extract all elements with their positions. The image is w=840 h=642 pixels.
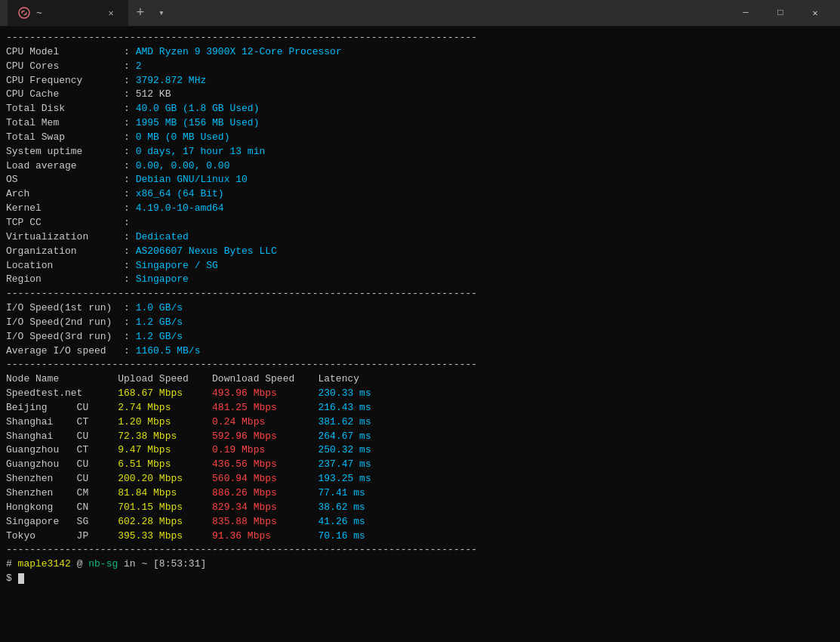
load-average-line: Load average : 0.00, 0.00, 0.00 (6, 159, 834, 174)
prompt-hash: # (6, 557, 18, 572)
terminal-body: ----------------------------------------… (0, 26, 840, 642)
maximize-button[interactable]: □ (763, 0, 798, 26)
prompt-host: nb-sg (88, 557, 118, 572)
node-speedtest-line: Speedtest.net 168.67 Mbps 493.96 Mbps 23… (6, 387, 834, 401)
prompt-time: [8:53:31] (153, 557, 206, 572)
io-avg-line: Average I/O speed : 1160.5 MB/s (6, 344, 834, 359)
svg-point-0 (19, 8, 29, 18)
node-tokyo-jp-line: Tokyo JP 395.33 Mbps 91.36 Mbps 70.16 ms (6, 529, 834, 544)
cursor (18, 573, 24, 584)
node-guangzhou-ct-line: Guangzhou CT 9.47 Mbps 0.19 Mbps 250.32 … (6, 443, 834, 458)
prompt-at: @ (71, 557, 88, 572)
node-shanghai-ct-line: Shanghai CT 1.20 Mbps 0.24 Mbps 381.62 m… (6, 415, 834, 430)
cpu-freq-line: CPU Frequency : 3792.872 MHz (6, 74, 834, 88)
io-speed-1-line: I/O Speed(1st run) : 1.0 GB/s (6, 301, 834, 316)
region-line: Region : Singapore (6, 273, 834, 287)
node-singapore-sg-line: Singapore SG 602.28 Mbps 835.88 Mbps 41.… (6, 515, 834, 529)
cpu-cache-line: CPU Cache : 512 KB (6, 88, 834, 102)
tab-close-button[interactable]: ✕ (104, 6, 118, 20)
separator-line-3: ----------------------------------------… (6, 358, 834, 372)
total-mem-line: Total Mem : 1995 MB (156 MB Used) (6, 116, 834, 131)
total-disk-line: Total Disk : 40.0 GB (1.8 GB Used) (6, 102, 834, 116)
window-controls: ─ □ ✕ (728, 0, 832, 26)
titlebar: ~ ✕ + ▾ ─ □ ✕ (0, 0, 840, 26)
node-guangzhou-cu-line: Guangzhou CU 6.51 Mbps 436.56 Mbps 237.4… (6, 458, 834, 472)
tab-dropdown-button[interactable]: ▾ (152, 4, 171, 22)
separator-line-4: ----------------------------------------… (6, 543, 834, 557)
prompt-in: in ~ (118, 557, 153, 572)
prompt-line-1: # maple3142 @ nb-sg in ~ [8:53:31] (6, 557, 834, 572)
location-line: Location : Singapore / SG (6, 259, 834, 273)
kernel-line: Kernel : 4.19.0-10-amd64 (6, 202, 834, 216)
prompt-user: maple3142 (18, 557, 71, 572)
virtualization-line: Virtualization : Dedicated (6, 230, 834, 245)
tcp-cc-line: TCP CC : (6, 216, 834, 230)
arch-line: Arch : x86_64 (64 Bit) (6, 187, 834, 202)
cpu-cores-line: CPU Cores : 2 (6, 60, 834, 74)
active-tab[interactable]: ~ ✕ (8, 0, 128, 26)
node-shanghai-cu-line: Shanghai CU 72.38 Mbps 592.96 Mbps 264.6… (6, 430, 834, 444)
organization-line: Organization : AS206607 Nexus Bytes LLC (6, 245, 834, 259)
prompt-line-2: $ (6, 572, 834, 586)
node-hongkong-cn-line: Hongkong CN 701.15 Mbps 829.34 Mbps 38.6… (6, 501, 834, 515)
cpu-model-line: CPU Model : AMD Ryzen 9 3900X 12-Core Pr… (6, 45, 834, 60)
terminal-icon (18, 7, 30, 19)
os-line: OS : Debian GNU/Linux 10 (6, 173, 834, 187)
tab-label: ~ (36, 8, 42, 19)
separator-line-2: ----------------------------------------… (6, 287, 834, 301)
node-shenzhen-cm-line: Shenzhen CM 81.84 Mbps 886.26 Mbps 77.41… (6, 486, 834, 501)
io-speed-2-line: I/O Speed(2nd run) : 1.2 GB/s (6, 316, 834, 330)
close-button[interactable]: ✕ (798, 0, 832, 26)
tab-area: ~ ✕ + ▾ (8, 0, 722, 26)
network-header-line: Node Name Upload Speed Download Speed La… (6, 372, 834, 387)
minimize-button[interactable]: ─ (728, 0, 763, 26)
node-shenzhen-cu-line: Shenzhen CU 200.20 Mbps 560.94 Mbps 193.… (6, 472, 834, 486)
prompt-dollar: $ (6, 572, 18, 586)
io-speed-3-line: I/O Speed(3rd run) : 1.2 GB/s (6, 330, 834, 344)
total-swap-line: Total Swap : 0 MB (0 MB Used) (6, 131, 834, 145)
new-tab-button[interactable]: + (128, 1, 152, 25)
separator-line-1: ----------------------------------------… (6, 31, 834, 45)
system-uptime-line: System uptime : 0 days, 17 hour 13 min (6, 145, 834, 159)
node-beijing-cu-line: Beijing CU 2.74 Mbps 481.25 Mbps 216.43 … (6, 401, 834, 415)
